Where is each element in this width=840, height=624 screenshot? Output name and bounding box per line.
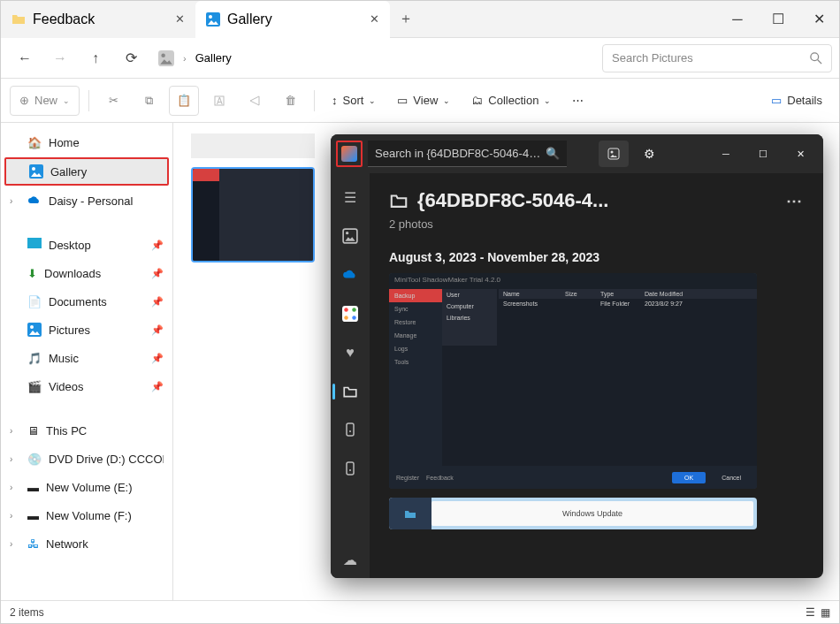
import-button[interactable] xyxy=(599,141,629,167)
photo-thumbnail[interactable]: MiniTool ShadowMaker Trial 4.2.0 Backup … xyxy=(389,273,757,489)
maximize-button[interactable]: ☐ xyxy=(758,6,798,33)
list-view-icon[interactable]: ☰ xyxy=(806,606,815,619)
onedrive-icon[interactable] xyxy=(331,256,370,293)
view-button[interactable]: ▭ View ⌄ xyxy=(389,86,458,116)
chevron-down-icon: ⌄ xyxy=(443,96,450,105)
sidebar-item-volume-f[interactable]: › ▬ New Volume (F:) xyxy=(1,501,172,529)
sidebar-item-gallery[interactable]: Gallery xyxy=(4,157,169,186)
svg-rect-10 xyxy=(27,238,42,248)
copy-button[interactable]: ⧉ xyxy=(134,86,164,116)
search-input[interactable]: Search Pictures xyxy=(602,44,832,72)
sidebar-item-label: Music xyxy=(49,352,79,365)
back-button[interactable]: ← xyxy=(8,42,42,74)
address-bar[interactable]: › Gallery xyxy=(149,50,600,66)
new-button[interactable]: ⊕ New ⌄ xyxy=(10,86,80,116)
gallery-icon xyxy=(206,12,220,27)
photos-search-input[interactable]: Search in {64DBDF8C-5046-4… 🔍 xyxy=(368,141,567,167)
icloud-icon[interactable]: ☁ xyxy=(331,541,370,578)
sidebar-item-label: DVD Drive (D:) CCCOMA xyxy=(49,453,164,466)
menu-button[interactable]: ☰ xyxy=(331,179,370,216)
status-bar: 2 items ☰ ▦ xyxy=(1,600,839,623)
favorites-icon[interactable] xyxy=(331,295,370,332)
close-button[interactable]: ✕ xyxy=(798,6,839,33)
search-icon: 🔍 xyxy=(546,147,560,160)
chevron-right-icon: › xyxy=(10,511,12,521)
external-icon[interactable] xyxy=(331,412,370,449)
sidebar-item-label: Videos xyxy=(49,380,84,393)
more-button[interactable]: ⋯ xyxy=(564,86,592,116)
thumbnail-grid: MiniTool ShadowMaker Trial 4.2.0 Backup … xyxy=(389,273,804,529)
document-icon: 📄 xyxy=(27,295,42,308)
photo-thumbnail[interactable]: Windows Update xyxy=(389,498,757,529)
delete-button[interactable]: 🗑 xyxy=(275,86,305,116)
close-icon[interactable]: ✕ xyxy=(370,12,379,26)
sidebar-item-volume-e[interactable]: › ▬ New Volume (E:) xyxy=(1,473,172,501)
details-icon: ▭ xyxy=(771,94,782,107)
sidebar-item-music[interactable]: 🎵 Music 📌 xyxy=(1,344,172,372)
heart-icon[interactable]: ♥ xyxy=(331,334,370,371)
sidebar-item-label: Home xyxy=(49,136,80,149)
sort-button[interactable]: ↕ Sort ⌄ xyxy=(324,86,384,116)
paste-button[interactable]: 📋 xyxy=(169,86,199,116)
sidebar-item-label: Downloads xyxy=(44,267,101,280)
svg-rect-13 xyxy=(608,148,619,159)
more-button[interactable]: ⋯ xyxy=(786,191,804,210)
refresh-button[interactable]: ⟳ xyxy=(114,42,148,74)
grid-view-icon[interactable]: ▦ xyxy=(821,606,830,619)
minimize-button[interactable]: ─ xyxy=(717,6,758,33)
sidebar-item-home[interactable]: 🏠 Home xyxy=(1,128,172,156)
photos-window-controls: ─ ☐ ✕ xyxy=(708,141,818,167)
chevron-right-icon: › xyxy=(10,483,12,492)
external2-icon[interactable] xyxy=(331,451,370,488)
svg-point-12 xyxy=(30,325,34,329)
share-button[interactable] xyxy=(240,86,270,116)
sidebar-item-desktop[interactable]: Desktop 📌 xyxy=(1,231,172,259)
sidebar-item-label: This PC xyxy=(46,424,87,438)
gallery-icon xyxy=(29,164,43,179)
close-button[interactable]: ✕ xyxy=(783,141,818,167)
rename-button[interactable]: A xyxy=(204,86,234,116)
sidebar-item-label: Network xyxy=(46,537,88,551)
folder-header: {64DBDF8C-5046-4... ⋯ xyxy=(389,189,804,212)
cut-button[interactable]: ✂ xyxy=(98,86,128,116)
all-photos-icon[interactable] xyxy=(331,217,370,255)
up-button[interactable]: ↑ xyxy=(79,42,112,74)
gallery-thumbnail[interactable] xyxy=(191,167,315,263)
folders-icon[interactable] xyxy=(331,373,370,410)
svg-point-23 xyxy=(349,430,351,432)
photos-nav-rail: ☰ ♥ ☁ xyxy=(331,173,370,578)
sidebar-item-label: New Volume (F:) xyxy=(46,509,132,522)
sidebar-item-pictures[interactable]: Pictures 📌 xyxy=(1,316,172,344)
close-icon[interactable]: ✕ xyxy=(175,12,185,26)
sidebar-item-videos[interactable]: 🎬 Videos 📌 xyxy=(1,372,172,400)
window-controls: ─ ☐ ✕ xyxy=(717,6,839,33)
details-button[interactable]: ▭ Details xyxy=(763,86,830,116)
sidebar-item-documents[interactable]: 📄 Documents 📌 xyxy=(1,287,172,316)
collection-button[interactable]: 🗂 Collection ⌄ xyxy=(463,86,559,116)
svg-point-16 xyxy=(346,232,348,234)
sort-label: Sort xyxy=(343,94,364,107)
sidebar-item-downloads[interactable]: ⬇ Downloads 📌 xyxy=(1,259,172,287)
collection-icon: 🗂 xyxy=(471,94,483,107)
tab-feedback[interactable]: Feedback ✕ xyxy=(1,1,195,38)
sidebar-item-onedrive[interactable]: › Daisy - Personal xyxy=(1,186,172,215)
sidebar-item-dvd[interactable]: › 💿 DVD Drive (D:) CCCOMA xyxy=(1,445,172,473)
sidebar-item-network[interactable]: › 🖧 Network xyxy=(1,529,172,558)
sidebar-item-label: Desktop xyxy=(49,239,91,252)
pin-icon: 📌 xyxy=(151,381,164,392)
sidebar-item-label: Daisy - Personal xyxy=(49,194,133,208)
gallery-icon xyxy=(158,50,174,66)
search-icon xyxy=(810,52,822,65)
home-icon: 🏠 xyxy=(27,136,42,149)
settings-button[interactable]: ⚙ xyxy=(634,141,664,167)
tab-label: Feedback xyxy=(33,11,95,27)
chevron-down-icon: ⌄ xyxy=(63,96,70,105)
svg-point-3 xyxy=(161,53,165,57)
new-tab-button[interactable]: ＋ xyxy=(390,10,422,28)
tab-gallery[interactable]: Gallery ✕ xyxy=(195,1,390,38)
new-label: New xyxy=(34,94,57,107)
minimize-button[interactable]: ─ xyxy=(708,141,744,167)
sidebar-item-thispc[interactable]: › 🖥 This PC xyxy=(1,416,172,445)
forward-button[interactable]: → xyxy=(43,42,77,74)
maximize-button[interactable]: ☐ xyxy=(745,141,781,167)
